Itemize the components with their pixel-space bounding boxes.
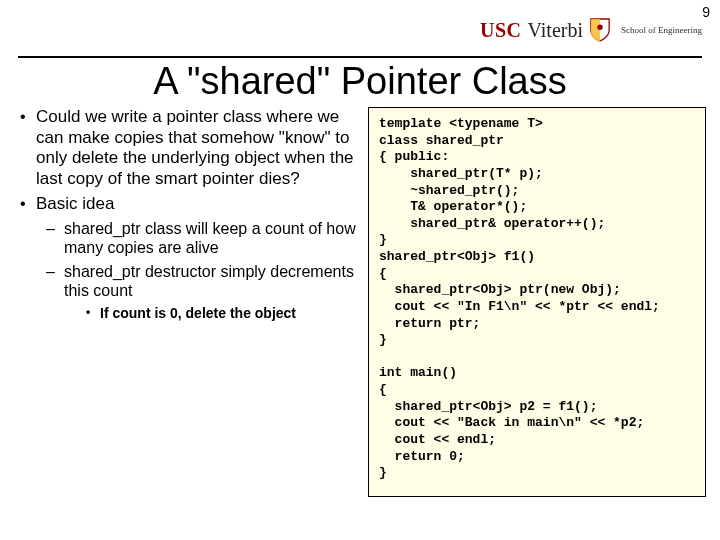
list-item-label: Basic idea bbox=[36, 194, 114, 213]
bullet-column: Could we write a pointer class where we … bbox=[18, 107, 358, 497]
usc-viterbi-logo: USC Viterbi School of Engineering bbox=[480, 17, 702, 43]
viterbi-wordmark: Viterbi bbox=[528, 19, 583, 42]
usc-wordmark: USC bbox=[480, 19, 522, 42]
header-bar: USC Viterbi School of Engineering bbox=[0, 0, 720, 56]
list-item: shared_ptr destructor simply decrements … bbox=[36, 262, 358, 322]
code-column: template <typename T> class shared_ptr {… bbox=[368, 107, 706, 497]
horizontal-rule bbox=[18, 56, 702, 58]
list-item: shared_ptr class will keep a count of ho… bbox=[36, 219, 358, 258]
list-item: Could we write a pointer class where we … bbox=[18, 107, 358, 190]
svg-point-0 bbox=[597, 25, 603, 31]
school-subtitle: School of Engineering bbox=[621, 26, 702, 35]
code-block: template <typename T> class shared_ptr {… bbox=[368, 107, 706, 497]
page-number: 9 bbox=[702, 4, 710, 20]
list-item: If count is 0, delete the object bbox=[64, 305, 358, 322]
list-item-label: shared_ptr destructor simply decrements … bbox=[64, 263, 354, 300]
slide-body: Could we write a pointer class where we … bbox=[0, 107, 720, 497]
slide-title: A "shared" Pointer Class bbox=[0, 60, 720, 103]
list-item: Basic idea shared_ptr class will keep a … bbox=[18, 194, 358, 322]
shield-icon bbox=[589, 17, 611, 43]
